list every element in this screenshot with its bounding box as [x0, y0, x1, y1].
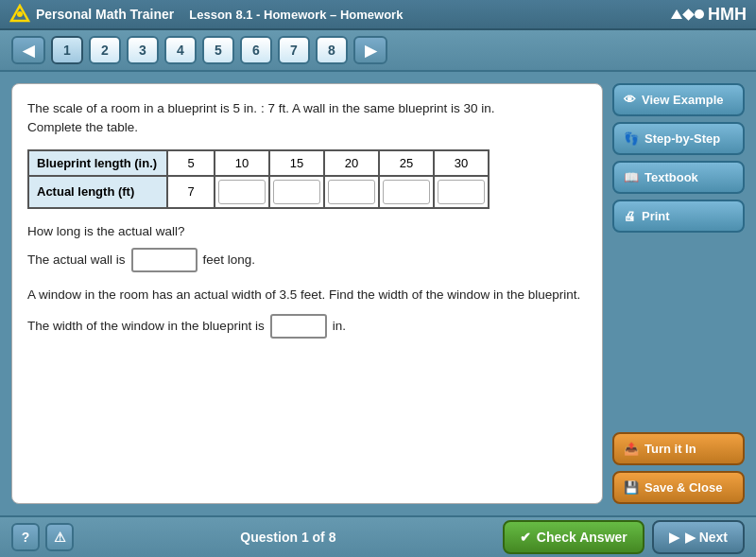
actual-input-25-field[interactable] [383, 180, 430, 204]
header-lesson-bold: Homework [340, 8, 403, 22]
blueprint-val-15: 15 [269, 150, 324, 176]
question-2-text: A window in the room has an actual width… [27, 286, 587, 305]
svg-point-1 [17, 11, 23, 17]
turn-it-in-icon: 📤 [624, 442, 639, 456]
actual-input-10-field[interactable] [218, 180, 266, 204]
hmh-triangle [671, 9, 682, 19]
question-6-button[interactable]: 6 [240, 36, 272, 64]
bottom-icons: ? ⚠ [11, 523, 74, 551]
answer-1-prefix: The actual wall is [27, 252, 126, 267]
blueprint-val-30: 30 [434, 150, 489, 176]
blueprint-val-25: 25 [379, 150, 434, 176]
actual-length-header: Actual length (ft) [28, 176, 167, 208]
logo-icon [9, 4, 30, 25]
back-button[interactable]: ◀ [11, 36, 45, 64]
bottom-bar: ? ⚠ Question 1 of 8 ✔ Check Answer ▶ ▶ N… [0, 515, 756, 557]
view-example-label: View Example [642, 93, 723, 107]
turn-it-in-button[interactable]: 📤 Turn it In [612, 432, 745, 465]
question-indicator: Question 1 of 8 [74, 530, 503, 545]
hmh-logo-shapes [671, 9, 704, 19]
header-lesson: Lesson 8.1 - Homework – Homework [189, 8, 403, 22]
answer-2-suffix: in. [333, 319, 346, 333]
header-title: Personal Math Trainer [36, 7, 174, 22]
question-3-button[interactable]: 3 [127, 36, 159, 64]
table-row-blueprint: Blueprint length (in.) 5 10 15 20 25 30 [28, 150, 489, 176]
turn-it-in-label: Turn it In [644, 442, 696, 456]
hmh-square [682, 9, 695, 21]
forward-button[interactable]: ▶ [353, 36, 387, 64]
print-icon: 🖨 [624, 209, 636, 223]
blueprint-length-header: Blueprint length (in.) [28, 150, 167, 176]
step-by-step-label: Step-by-Step [644, 131, 720, 146]
hmh-text: HMH [708, 5, 747, 25]
problem-text: The scale of a room in a blueprint is 5 … [27, 99, 587, 138]
step-by-step-button[interactable]: 👣 Step-by-Step [612, 122, 745, 155]
alert-button[interactable]: ⚠ [45, 523, 74, 551]
next-label: ▶ Next [685, 530, 728, 545]
answer-1-suffix: feet long. [203, 252, 256, 267]
actual-input-15 [269, 176, 324, 208]
blueprint-val-5: 5 [167, 150, 215, 176]
scale-table: Blueprint length (in.) 5 10 15 20 25 30 … [27, 149, 490, 209]
print-label: Print [642, 209, 670, 223]
sidebar-spacer [612, 238, 745, 426]
actual-input-25 [379, 176, 434, 208]
print-button[interactable]: 🖨 Print [612, 200, 745, 233]
textbook-icon: 📖 [624, 170, 639, 184]
next-icon: ▶ [669, 530, 679, 545]
check-answer-icon: ✔ [520, 530, 531, 545]
hmh-circle [695, 9, 704, 19]
header-lesson-text: Lesson 8.1 - Homework – [189, 8, 340, 22]
step-by-step-icon: 👣 [624, 131, 639, 146]
actual-input-20-field[interactable] [328, 180, 375, 204]
answer-1-input[interactable] [131, 248, 198, 272]
check-answer-button[interactable]: ✔ Check Answer [503, 520, 644, 554]
question-4-button[interactable]: 4 [164, 36, 197, 64]
actual-input-20 [324, 176, 379, 208]
header-hmh: HMH [671, 5, 747, 25]
answer-2-line: The width of the window in the blueprint… [27, 314, 587, 339]
table-row-actual: Actual length (ft) 7 [28, 176, 489, 208]
answer-2-input[interactable] [270, 314, 327, 339]
save-close-button[interactable]: 💾 Save & Close [612, 471, 745, 504]
question-1-text: How long is the actual wall? [27, 224, 587, 238]
actual-input-30 [434, 176, 489, 208]
problem-line2: Complete the table. [27, 120, 138, 134]
navbar: ◀ 1 2 3 4 5 6 7 8 ▶ [0, 30, 756, 72]
actual-val-7: 7 [167, 176, 215, 208]
check-answer-label: Check Answer [537, 530, 627, 545]
question-7-button[interactable]: 7 [278, 36, 310, 64]
blueprint-val-10: 10 [215, 150, 269, 176]
view-example-button[interactable]: 👁 View Example [612, 83, 745, 116]
answer-2-prefix: The width of the window in the blueprint… [27, 319, 265, 333]
header-logo: Personal Math Trainer [9, 4, 174, 25]
answer-1-line: The actual wall is feet long. [27, 248, 587, 272]
question-5-button[interactable]: 5 [202, 36, 234, 64]
view-example-icon: 👁 [624, 93, 636, 107]
content-panel: The scale of a room in a blueprint is 5 … [11, 83, 603, 504]
save-close-label: Save & Close [644, 480, 722, 495]
textbook-label: Textbook [644, 170, 698, 184]
actual-input-15-field[interactable] [273, 180, 320, 204]
question-1-button[interactable]: 1 [51, 36, 83, 64]
actual-input-10 [215, 176, 269, 208]
question-8-button[interactable]: 8 [316, 36, 348, 64]
main-area: The scale of a room in a blueprint is 5 … [0, 72, 756, 515]
blueprint-val-20: 20 [324, 150, 379, 176]
right-sidebar: 👁 View Example 👣 Step-by-Step 📖 Textbook… [612, 83, 745, 504]
question-2-button[interactable]: 2 [89, 36, 121, 64]
textbook-button[interactable]: 📖 Textbook [612, 161, 745, 194]
help-icon: ? [22, 530, 30, 545]
header: Personal Math Trainer Lesson 8.1 - Homew… [0, 0, 756, 30]
actual-input-30-field[interactable] [438, 180, 485, 204]
alert-icon: ⚠ [54, 530, 66, 545]
save-close-icon: 💾 [624, 480, 639, 495]
problem-line1: The scale of a room in a blueprint is 5 … [27, 101, 495, 115]
help-button[interactable]: ? [11, 523, 40, 551]
next-button[interactable]: ▶ ▶ Next [652, 520, 745, 554]
